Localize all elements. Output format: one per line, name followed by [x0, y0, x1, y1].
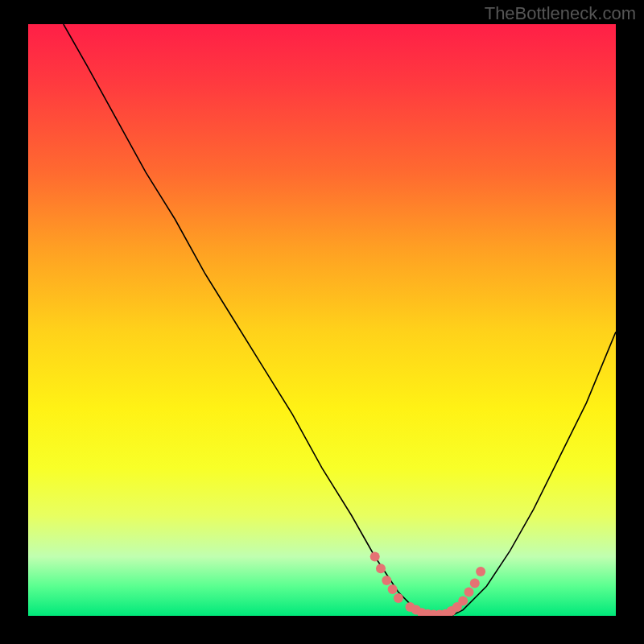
highlight-marker: [464, 588, 474, 597]
chart-svg: [28, 24, 616, 616]
highlight-marker: [382, 576, 391, 585]
highlight-marker: [476, 567, 485, 576]
highlight-marker: [388, 584, 398, 594]
chart-plot-area: [28, 24, 616, 616]
watermark-text: TheBottleneck.com: [485, 3, 636, 24]
highlight-marker: [458, 597, 468, 606]
highlight-markers: [370, 552, 485, 617]
bottleneck-curve-line: [64, 24, 616, 616]
highlight-marker: [376, 564, 386, 573]
highlight-marker: [370, 552, 380, 562]
highlight-marker: [394, 593, 403, 603]
highlight-marker: [470, 579, 480, 588]
